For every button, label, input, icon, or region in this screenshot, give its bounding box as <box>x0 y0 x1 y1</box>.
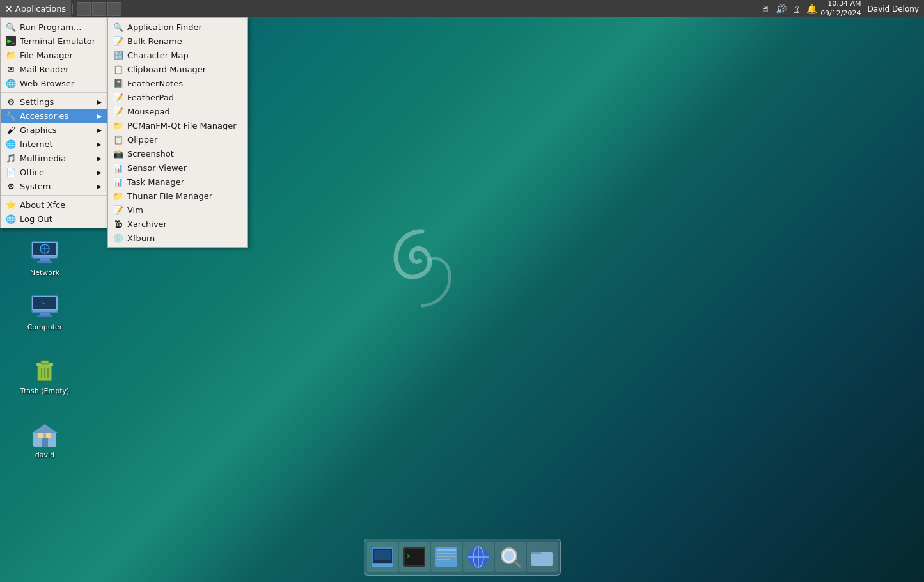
printer-icon[interactable]: 🖨 <box>790 3 803 15</box>
trash-label: Trash (Empty) <box>20 387 70 395</box>
submenu-item-thunar-label: Thunar File Manager <box>127 191 212 201</box>
submenu-item-vim[interactable]: 📝 Vim <box>108 203 247 217</box>
qlipper-icon: 📋 <box>113 134 123 145</box>
svg-rect-35 <box>437 556 456 557</box>
menu-item-mail-reader[interactable]: ✉ Mail Reader <box>1 62 107 76</box>
panel-window-btn-2[interactable] <box>92 2 106 16</box>
submenu-item-xarchiver[interactable]: 🗜 Xarchiver <box>108 217 247 231</box>
taskbar: >_ <box>364 539 561 576</box>
terminal-icon: ▶_ <box>6 36 16 46</box>
taskbar-terminal-btn[interactable]: >_ <box>399 542 430 572</box>
feathernotes-icon: 📓 <box>113 78 123 88</box>
submenu-item-mousepad[interactable]: 📝 Mousepad <box>108 104 247 118</box>
submenu-item-task-manager-label: Task Manager <box>127 177 184 187</box>
run-program-icon: 🔍 <box>6 22 16 32</box>
menu-item-settings[interactable]: ⚙ Settings ▶ <box>1 95 107 109</box>
desktop-icon-network[interactable]: Network <box>19 237 70 277</box>
svg-rect-33 <box>437 549 456 551</box>
trash-desktop-icon <box>29 355 60 386</box>
panel-window-btn-1[interactable] <box>77 2 91 16</box>
graphics-arrow: ▶ <box>97 127 102 134</box>
mail-reader-icon: ✉ <box>6 64 16 74</box>
submenu-item-app-finder[interactable]: 🔍 Application Finder <box>108 20 247 34</box>
menu-item-terminal-label: Terminal Emulator <box>20 36 95 46</box>
taskbar-browser-btn[interactable] <box>463 542 494 572</box>
desktop-icon-trash[interactable]: Trash (Empty) <box>19 355 70 395</box>
submenu-item-xfburn[interactable]: 💿 Xfburn <box>108 231 247 245</box>
submenu-item-pcmanfm-label: PCManFM-Qt File Manager <box>127 121 237 130</box>
menu-item-web-browser[interactable]: 🌐 Web Browser <box>1 76 107 90</box>
menu-item-internet-label: Internet <box>20 139 53 149</box>
menu-item-about-xfce-label: About Xfce <box>20 200 65 210</box>
svg-rect-2 <box>40 258 50 261</box>
taskbar-search-btn[interactable] <box>495 542 526 572</box>
submenu-item-thunar[interactable]: 📁 Thunar File Manager <box>108 189 247 203</box>
menu-separator-1 <box>1 92 107 93</box>
system-icon: ⚙ <box>6 181 16 191</box>
applications-menu-button[interactable]: ✕ Applications <box>0 0 71 17</box>
xfburn-icon: 💿 <box>113 233 123 243</box>
menu-item-system-label: System <box>20 182 51 191</box>
svg-rect-3 <box>37 261 52 263</box>
submenu-item-pcmanfm[interactable]: 📁 PCManFM-Qt File Manager <box>108 118 247 132</box>
menu-item-system[interactable]: ⚙ System ▶ <box>1 179 107 193</box>
menu-item-multimedia-label: Multimedia <box>20 153 66 163</box>
network-icon[interactable]: 🖥 <box>759 3 772 15</box>
david-label: david <box>35 451 54 459</box>
menu-item-file-manager[interactable]: 📁 File Manager <box>1 48 107 62</box>
menu-item-graphics-label: Graphics <box>20 125 56 135</box>
network-label: Network <box>30 269 59 277</box>
menu-item-multimedia[interactable]: 🎵 Multimedia ▶ <box>1 151 107 165</box>
submenu-item-bulk-rename[interactable]: 📝 Bulk Rename <box>108 34 247 48</box>
submenu-item-mousepad-label: Mousepad <box>127 107 170 116</box>
submenu-item-qlipper[interactable]: 📋 Qlipper <box>108 132 247 146</box>
panel-right: 🖥 🔊 🖨 🔔 10:34 AM 09/12/2024 David Delony <box>759 0 924 18</box>
accessories-submenu: 🔍 Application Finder 📝 Bulk Rename 🔣 Cha… <box>107 17 248 248</box>
menu-item-office-label: Office <box>20 168 44 177</box>
menu-item-run-program[interactable]: 🔍 Run Program... <box>1 20 107 34</box>
task-manager-icon: 📊 <box>113 177 123 187</box>
debian-swirl <box>384 224 460 313</box>
submenu-item-character-map[interactable]: 🔣 Character Map <box>108 48 247 62</box>
submenu-item-vim-label: Vim <box>127 205 143 215</box>
menu-item-log-out[interactable]: 🌐 Log Out <box>1 212 107 226</box>
menu-item-about-xfce[interactable]: ⭐ About Xfce <box>1 198 107 212</box>
app-finder-icon: 🔍 <box>113 22 123 32</box>
internet-arrow: ▶ <box>97 141 102 148</box>
panel-window-btn-3[interactable] <box>107 2 121 16</box>
office-arrow: ▶ <box>97 169 102 176</box>
xfce-logo: ✕ <box>5 4 13 14</box>
thunar-icon: 📁 <box>113 191 123 201</box>
menu-item-graphics[interactable]: 🖌 Graphics ▶ <box>1 123 107 137</box>
screenshot-icon: 📸 <box>113 148 123 159</box>
settings-arrow: ▶ <box>97 98 102 106</box>
submenu-item-feathernotes[interactable]: 📓 FeatherNotes <box>108 76 247 90</box>
graphics-icon: 🖌 <box>6 125 16 135</box>
taskbar-files-btn[interactable] <box>367 542 398 572</box>
bulk-rename-icon: 📝 <box>113 36 123 46</box>
notification-icon[interactable]: 🔔 <box>805 3 818 15</box>
submenu-item-screenshot[interactable]: 📸 Screenshot <box>108 146 247 161</box>
top-panel: ✕ Applications 🖥 🔊 🖨 🔔 10:34 AM 09/12/20… <box>0 0 924 17</box>
submenu-item-clipboard-manager[interactable]: 📋 Clipboard Manager <box>108 62 247 76</box>
desktop-icon-computer[interactable]: >_ Computer <box>19 291 70 331</box>
submenu-item-bulk-rename-label: Bulk Rename <box>127 36 182 46</box>
desktop-icon-david[interactable]: david <box>19 419 70 459</box>
submenu-item-task-manager[interactable]: 📊 Task Manager <box>108 175 247 189</box>
clock-widget[interactable]: 10:34 AM 09/12/2024 <box>820 0 861 18</box>
panel-separator <box>72 4 73 14</box>
submenu-item-featherpad[interactable]: 📝 FeatherPad <box>108 90 247 104</box>
menu-item-file-manager-label: File Manager <box>20 51 73 60</box>
menu-item-office[interactable]: 📄 Office ▶ <box>1 165 107 179</box>
menu-item-terminal[interactable]: ▶_ Terminal Emulator <box>1 34 107 48</box>
menu-item-accessories[interactable]: 🔧 Accessories ▶ <box>1 109 107 123</box>
web-browser-icon: 🌐 <box>6 78 16 88</box>
volume-icon[interactable]: 🔊 <box>774 3 787 15</box>
submenu-item-sensor-viewer[interactable]: 📊 Sensor Viewer <box>108 161 247 175</box>
applications-label: Applications <box>15 4 66 13</box>
submenu-item-character-map-label: Character Map <box>127 51 189 60</box>
taskbar-folder-btn[interactable] <box>527 542 558 572</box>
character-map-icon: 🔣 <box>113 50 123 60</box>
taskbar-app3-btn[interactable] <box>431 542 462 572</box>
menu-item-internet[interactable]: 🌐 Internet ▶ <box>1 137 107 151</box>
